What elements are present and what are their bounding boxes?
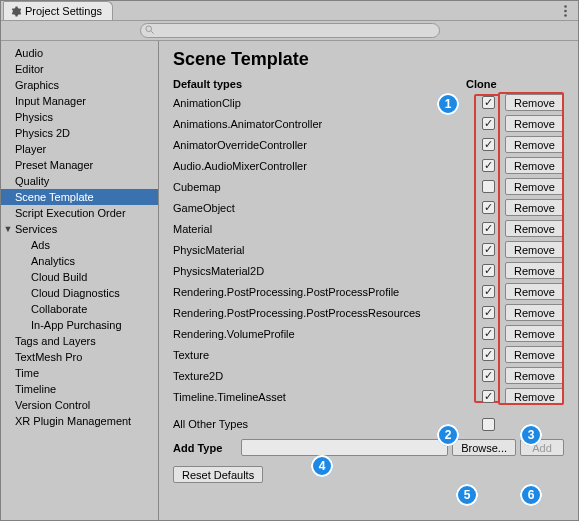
sidebar-item-player[interactable]: Player — [1, 141, 158, 157]
callout-badge-6: 6 — [520, 484, 542, 506]
clone-checkbox[interactable] — [482, 306, 495, 319]
browse-button[interactable]: Browse... — [452, 439, 516, 456]
sidebar-item-label: Cloud Build — [31, 271, 87, 283]
clone-checkbox[interactable] — [482, 159, 495, 172]
sidebar-item-physics-2d[interactable]: Physics 2D — [1, 125, 158, 141]
type-name: Material — [173, 223, 476, 235]
clone-checkbox[interactable] — [482, 243, 495, 256]
clone-checkbox[interactable] — [482, 96, 495, 109]
clone-checkbox[interactable] — [482, 285, 495, 298]
sidebar-item-label: Collaborate — [31, 303, 87, 315]
type-name: Timeline.TimelineAsset — [173, 391, 476, 403]
remove-button[interactable]: Remove — [505, 388, 564, 405]
clone-checkbox[interactable] — [482, 222, 495, 235]
sidebar-item-version-control[interactable]: Version Control — [1, 397, 158, 413]
sidebar-item-services[interactable]: ▼Services — [1, 221, 158, 237]
clone-heading: Clone — [460, 78, 564, 90]
reset-defaults-button[interactable]: Reset Defaults — [173, 466, 263, 483]
type-row: TextureRemove — [173, 344, 564, 365]
sidebar-item-label: Physics 2D — [15, 127, 70, 139]
type-name: Animations.AnimatorController — [173, 118, 476, 130]
clone-checkbox[interactable] — [482, 369, 495, 382]
callout-badge-5: 5 — [456, 484, 478, 506]
sidebar-item-label: TextMesh Pro — [15, 351, 82, 363]
sidebar-item-collaborate[interactable]: Collaborate — [1, 301, 158, 317]
search-input[interactable] — [140, 23, 440, 38]
type-row: GameObjectRemove — [173, 197, 564, 218]
sidebar-item-label: Audio — [15, 47, 43, 59]
sidebar-item-timeline[interactable]: Timeline — [1, 381, 158, 397]
remove-button[interactable]: Remove — [505, 262, 564, 279]
settings-sidebar: AudioEditorGraphicsInput ManagerPhysicsP… — [1, 41, 159, 520]
add-type-input[interactable] — [241, 439, 448, 456]
type-row: Rendering.PostProcessing.PostProcessProf… — [173, 281, 564, 302]
sidebar-item-label: Timeline — [15, 383, 56, 395]
remove-button[interactable]: Remove — [505, 199, 564, 216]
sidebar-item-analytics[interactable]: Analytics — [1, 253, 158, 269]
sidebar-item-label: Cloud Diagnostics — [31, 287, 120, 299]
clone-checkbox[interactable] — [482, 180, 495, 193]
callout-badge-1: 1 — [437, 93, 459, 115]
remove-button[interactable]: Remove — [505, 220, 564, 237]
gear-icon — [10, 6, 21, 17]
default-types-heading: Default types — [173, 78, 460, 90]
remove-button[interactable]: Remove — [505, 178, 564, 195]
kebab-menu-icon[interactable] — [558, 3, 572, 19]
sidebar-item-cloud-diagnostics[interactable]: Cloud Diagnostics — [1, 285, 158, 301]
default-types-table: AnimationClipRemoveAnimations.AnimatorCo… — [173, 92, 564, 407]
sidebar-item-scene-template[interactable]: Scene Template — [1, 189, 158, 205]
clone-checkbox[interactable] — [482, 348, 495, 361]
type-row: AnimationClipRemove — [173, 92, 564, 113]
remove-button[interactable]: Remove — [505, 94, 564, 111]
sidebar-item-preset-manager[interactable]: Preset Manager — [1, 157, 158, 173]
clone-checkbox[interactable] — [482, 327, 495, 340]
sidebar-item-in-app-purchasing[interactable]: In-App Purchasing — [1, 317, 158, 333]
sidebar-item-script-execution-order[interactable]: Script Execution Order — [1, 205, 158, 221]
sidebar-item-label: Preset Manager — [15, 159, 93, 171]
type-name: Audio.AudioMixerController — [173, 160, 476, 172]
type-name: PhysicMaterial — [173, 244, 476, 256]
type-name: Rendering.PostProcessing.PostProcessReso… — [173, 307, 476, 319]
remove-button[interactable]: Remove — [505, 304, 564, 321]
search-icon — [145, 25, 155, 37]
sidebar-item-time[interactable]: Time — [1, 365, 158, 381]
window-tab[interactable]: Project Settings — [3, 1, 113, 20]
type-name: AnimationClip — [173, 97, 476, 109]
sidebar-item-ads[interactable]: Ads — [1, 237, 158, 253]
type-name: Rendering.PostProcessing.PostProcessProf… — [173, 286, 476, 298]
sidebar-item-label: Graphics — [15, 79, 59, 91]
sidebar-item-label: Analytics — [31, 255, 75, 267]
all-other-types-checkbox[interactable] — [482, 418, 495, 431]
sidebar-item-label: Version Control — [15, 399, 90, 411]
svg-point-0 — [564, 5, 567, 8]
sidebar-item-textmesh-pro[interactable]: TextMesh Pro — [1, 349, 158, 365]
remove-button[interactable]: Remove — [505, 157, 564, 174]
sidebar-item-editor[interactable]: Editor — [1, 61, 158, 77]
remove-button[interactable]: Remove — [505, 115, 564, 132]
sidebar-item-input-manager[interactable]: Input Manager — [1, 93, 158, 109]
clone-checkbox[interactable] — [482, 201, 495, 214]
clone-checkbox[interactable] — [482, 138, 495, 151]
clone-checkbox[interactable] — [482, 117, 495, 130]
sidebar-item-label: Player — [15, 143, 46, 155]
sidebar-item-tags-and-layers[interactable]: Tags and Layers — [1, 333, 158, 349]
sidebar-item-label: Physics — [15, 111, 53, 123]
sidebar-item-physics[interactable]: Physics — [1, 109, 158, 125]
all-other-types-label: All Other Types — [173, 418, 476, 430]
remove-button[interactable]: Remove — [505, 283, 564, 300]
sidebar-item-cloud-build[interactable]: Cloud Build — [1, 269, 158, 285]
sidebar-item-xr-plugin-management[interactable]: XR Plugin Management — [1, 413, 158, 429]
remove-button[interactable]: Remove — [505, 241, 564, 258]
remove-button[interactable]: Remove — [505, 136, 564, 153]
remove-button[interactable]: Remove — [505, 325, 564, 342]
svg-point-2 — [564, 14, 567, 17]
type-row: AnimatorOverrideControllerRemove — [173, 134, 564, 155]
remove-button[interactable]: Remove — [505, 367, 564, 384]
sidebar-item-quality[interactable]: Quality — [1, 173, 158, 189]
sidebar-item-audio[interactable]: Audio — [1, 45, 158, 61]
sidebar-item-graphics[interactable]: Graphics — [1, 77, 158, 93]
svg-point-3 — [145, 26, 151, 32]
clone-checkbox[interactable] — [482, 390, 495, 403]
clone-checkbox[interactable] — [482, 264, 495, 277]
remove-button[interactable]: Remove — [505, 346, 564, 363]
